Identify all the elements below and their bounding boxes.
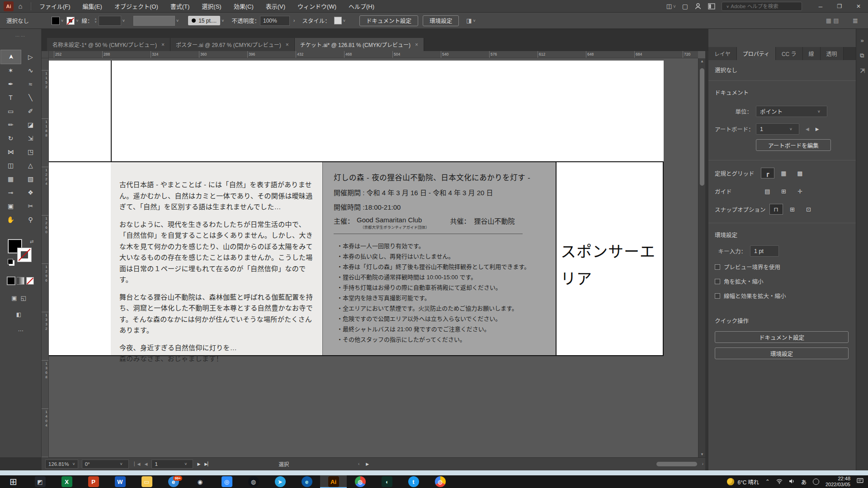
tool-pen[interactable]: ✒ bbox=[1, 77, 21, 91]
next-artboard-icon[interactable]: ▶ bbox=[816, 127, 819, 131]
tool-artboard[interactable]: ▣ bbox=[1, 199, 21, 213]
artboard[interactable]: 古代日本語 - やまとことば - には「自然」を表す語がありません。遥かむかし、… bbox=[49, 61, 664, 356]
help-search-box[interactable] bbox=[722, 2, 802, 11]
taskbar-app-app-dark-4[interactable]: ◖ bbox=[373, 475, 400, 488]
taskbar-app-app-dark-3[interactable]: ◍ bbox=[240, 475, 267, 488]
taskbar-app-start[interactable]: ⊞ bbox=[0, 475, 27, 488]
last-artboard-icon[interactable]: ▶▏ bbox=[204, 462, 211, 466]
menu-item[interactable]: ファイル(F) bbox=[39, 2, 71, 10]
vertical-scrollbar[interactable]: ▲ ▼ bbox=[698, 58, 705, 457]
draw-behind-icon[interactable]: ◱ bbox=[21, 295, 30, 301]
chevron-down-icon[interactable] bbox=[343, 19, 345, 23]
tool-gradient[interactable]: ▧ bbox=[21, 172, 41, 186]
taskbar-app-app-dark-1[interactable]: ◩ bbox=[27, 475, 53, 488]
tool-mesh[interactable]: ▦ bbox=[1, 172, 21, 186]
show-guides-icon[interactable]: ▤ bbox=[761, 186, 774, 197]
tool-zoom[interactable]: ⚲ bbox=[21, 213, 41, 226]
isolation-mode-icon[interactable]: ◨ bbox=[466, 17, 472, 24]
screen-mode-icon[interactable]: ◧ bbox=[16, 311, 25, 318]
checkbox[interactable] bbox=[715, 279, 720, 284]
show-rulers-icon[interactable]: ┏ bbox=[761, 168, 774, 178]
tool-direct-selection[interactable]: ▷ bbox=[21, 50, 41, 64]
horizontal-ruler[interactable]: 2522883243603964324685045405766126486847… bbox=[49, 51, 698, 58]
collapse-panels-icon[interactable] bbox=[856, 37, 868, 44]
artboards-panel-icon[interactable] bbox=[856, 52, 868, 59]
artboard-navigation-field[interactable]: 1 bbox=[151, 460, 193, 469]
panel-tab[interactable]: レイヤ bbox=[708, 47, 737, 60]
edit-artboards-button[interactable]: アートボードを編集 bbox=[756, 139, 831, 151]
color-mode-button[interactable] bbox=[7, 277, 15, 285]
stroke-color-box[interactable] bbox=[17, 248, 32, 262]
scroll-down-icon[interactable]: ▼ bbox=[698, 452, 705, 456]
tool-hand[interactable]: ✋ bbox=[1, 213, 21, 226]
tool-type[interactable]: T bbox=[1, 91, 21, 104]
previous-artboard-icon[interactable]: ◀ bbox=[806, 127, 809, 131]
snap-to-grid-icon[interactable]: ⊞ bbox=[786, 204, 799, 215]
brush-definition-dropdown[interactable] bbox=[133, 16, 175, 26]
checkbox[interactable] bbox=[715, 264, 720, 270]
chevron-down-icon[interactable] bbox=[176, 19, 179, 23]
chevron-down-icon[interactable] bbox=[473, 19, 475, 23]
show-grid-icon[interactable]: ▦ bbox=[777, 168, 791, 178]
stroke-color-swatch[interactable] bbox=[66, 17, 75, 25]
tool-eraser[interactable]: ◪ bbox=[21, 118, 41, 131]
taskbar-app-zoom-app[interactable]: ◎ bbox=[213, 475, 240, 488]
ruler-origin-corner[interactable] bbox=[42, 51, 49, 58]
action-center-icon[interactable] bbox=[857, 478, 863, 485]
taskbar-app-chrome[interactable]: ◍ bbox=[347, 475, 373, 488]
transparency-grid-icon[interactable]: ▩ bbox=[793, 168, 807, 178]
preferences-button[interactable]: 環境設定 bbox=[423, 15, 459, 26]
panel-tab[interactable]: 透明 bbox=[821, 47, 844, 60]
zoom-level-dropdown[interactable]: 126.81% bbox=[45, 460, 78, 469]
tool-curvature[interactable]: ≈ bbox=[21, 77, 41, 91]
smart-guides-icon[interactable]: ✛ bbox=[793, 186, 807, 197]
taskbar-app-app-dark-2[interactable]: ◉ bbox=[187, 475, 213, 488]
taskbar-app-excel[interactable]: X bbox=[53, 475, 80, 488]
tool-selection[interactable]: ➤ bbox=[1, 50, 21, 64]
tool-width[interactable]: ⋈ bbox=[1, 145, 21, 159]
close-button[interactable] bbox=[849, 0, 868, 12]
opacity-options-arrow[interactable] bbox=[293, 18, 295, 23]
taskbar-app-illustrator[interactable]: Ai bbox=[320, 475, 347, 488]
tool-rectangle[interactable]: ▭ bbox=[1, 104, 21, 118]
tool-perspective-grid[interactable]: △ bbox=[21, 159, 41, 172]
tab-close-icon[interactable] bbox=[415, 42, 418, 48]
tool-line-segment[interactable]: ╲ bbox=[21, 91, 41, 104]
tool-rotate[interactable]: ↻ bbox=[1, 131, 21, 145]
restore-button[interactable] bbox=[830, 0, 849, 12]
quick-document-setup-button[interactable]: ドキュメント設定 bbox=[715, 331, 849, 343]
touch-workspace-icon[interactable] bbox=[682, 3, 688, 10]
home-icon[interactable] bbox=[14, 2, 27, 10]
gradient-mode-button[interactable] bbox=[17, 277, 24, 285]
tool-lasso[interactable]: ∿ bbox=[21, 64, 41, 77]
taskbar-app-edge[interactable]: e bbox=[293, 475, 320, 488]
document-tab[interactable]: チケット.ai* @ 126.81 % (CMYK/プレビュー) bbox=[295, 38, 424, 51]
snap-to-pixel-icon[interactable]: ⊡ bbox=[802, 204, 816, 215]
chevron-down-icon[interactable] bbox=[61, 19, 63, 23]
stroke-weight-field[interactable] bbox=[99, 16, 121, 26]
next-artboard-icon[interactable]: ▶ bbox=[197, 462, 200, 466]
scrollbar-thumb[interactable] bbox=[700, 68, 704, 186]
document-tab[interactable]: ポスター.ai @ 29.67 % (CMYK/プレビュー) bbox=[170, 38, 295, 51]
previous-artboard-icon[interactable]: ◀ bbox=[145, 462, 148, 466]
taskbar-app-telegram[interactable]: ➤ bbox=[267, 475, 293, 488]
menu-item[interactable]: 編集(E) bbox=[83, 2, 102, 10]
minimize-button[interactable] bbox=[811, 0, 830, 12]
scrollbar-thumb[interactable] bbox=[656, 462, 697, 466]
menu-item[interactable]: 選択(S) bbox=[202, 2, 221, 10]
weather-widget[interactable]: 6°C 晴れ bbox=[727, 478, 759, 486]
chevron-down-icon[interactable] bbox=[76, 19, 78, 23]
keyboard-increment-field[interactable]: 1 pt bbox=[750, 245, 779, 257]
canvas-area[interactable]: 2522883243603964324685045405766126486847… bbox=[42, 51, 705, 457]
panel-tab[interactable]: 線 bbox=[803, 47, 821, 60]
chevron-down-icon[interactable] bbox=[123, 19, 125, 23]
taskbar-app-word[interactable]: W bbox=[107, 475, 133, 488]
tool-eyedropper[interactable]: ⊸ bbox=[1, 186, 21, 199]
tool-free-transform[interactable]: ◳ bbox=[21, 145, 41, 159]
fill-color-swatch[interactable] bbox=[52, 17, 60, 25]
tool-pencil[interactable]: ✏ bbox=[1, 118, 21, 131]
taskbar-app-twitter[interactable]: t bbox=[400, 475, 427, 488]
horizontal-scrollbar[interactable] bbox=[367, 461, 696, 467]
opacity-field[interactable]: 100% bbox=[260, 16, 290, 26]
tool-paintbrush[interactable]: ✐ bbox=[21, 104, 41, 118]
